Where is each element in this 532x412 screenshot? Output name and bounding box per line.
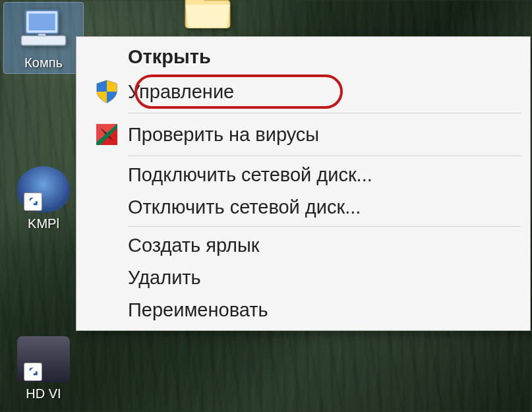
svg-rect-2: [21, 36, 65, 45]
hd-video-icon: [17, 336, 70, 382]
desktop-icon-computer[interactable]: Компь: [4, 3, 83, 73]
svg-rect-1: [29, 14, 55, 31]
desktop-icon-hdvideo[interactable]: HD VI: [4, 336, 83, 401]
menu-item-label: Отключить сетевой диск...: [128, 196, 516, 218]
menu-item-rename[interactable]: Переименовать: [79, 294, 527, 326]
desktop-icon-folder[interactable]: [168, 0, 247, 37]
uac-shield-icon: [86, 78, 128, 105]
kmplayer-icon: [17, 166, 70, 212]
desktop-icon-label: HD VI: [4, 386, 83, 401]
menu-divider: [128, 226, 521, 227]
shortcut-arrow-icon: [24, 192, 42, 211]
folder-icon: [181, 0, 234, 33]
desktop-icon-label: KMPl: [4, 216, 83, 231]
computer-icon: [17, 5, 70, 51]
menu-item-manage[interactable]: Управление: [79, 73, 527, 110]
menu-item-create-shortcut[interactable]: Создать ярлык: [79, 229, 527, 262]
menu-item-label: Удалить: [128, 267, 516, 289]
context-menu: Открыть Управление Проверить на вирусы: [76, 36, 531, 331]
svg-rect-3: [38, 34, 45, 37]
menu-divider: [128, 156, 521, 156]
menu-item-label: Создать ярлык: [128, 235, 516, 256]
menu-item-label: Переименовать: [128, 299, 516, 321]
desktop-icon-label: Компь: [4, 55, 83, 71]
shortcut-arrow-icon: [24, 363, 42, 381]
menu-item-label: Открыть: [128, 46, 516, 68]
menu-item-label: Подключить сетевой диск...: [128, 164, 516, 186]
menu-item-scan-viruses[interactable]: Проверить на вирусы: [79, 116, 527, 153]
kaspersky-icon: [86, 121, 128, 148]
menu-item-open[interactable]: Открыть: [79, 41, 527, 73]
menu-item-label: Управление: [128, 81, 516, 103]
menu-item-map-network-drive[interactable]: Подключить сетевой диск...: [79, 159, 527, 191]
menu-divider: [128, 113, 521, 113]
desktop-icon-kmplayer[interactable]: KMPl: [4, 166, 83, 231]
menu-item-label: Проверить на вирусы: [128, 124, 516, 146]
menu-item-delete[interactable]: Удалить: [79, 262, 527, 294]
menu-item-disconnect-network-drive[interactable]: Отключить сетевой диск...: [79, 191, 527, 223]
